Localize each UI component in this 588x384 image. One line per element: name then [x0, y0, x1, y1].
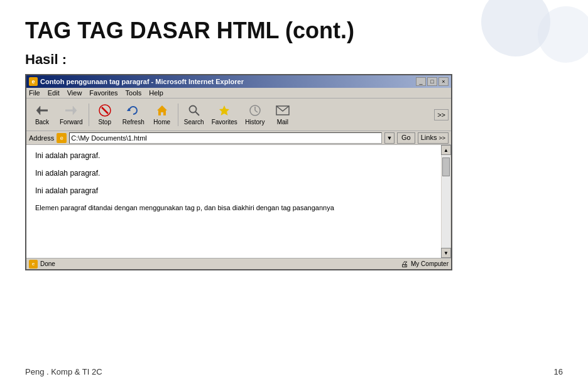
forward-icon	[63, 104, 79, 117]
maximize-button[interactable]: □	[427, 77, 437, 86]
status-printer-icon: 🖨	[401, 260, 408, 269]
menu-edit[interactable]: Edit	[48, 89, 60, 97]
refresh-label: Refresh	[122, 119, 144, 125]
content-line-1: Ini adalah paragraf.	[35, 151, 432, 160]
ie-content: Ini adalah paragraf. Ini adalah paragraf…	[26, 145, 441, 258]
status-computer-text: My Computer	[411, 260, 449, 267]
ie-logo-icon: e	[29, 77, 38, 86]
svg-marker-7	[157, 105, 167, 115]
toolbar-sep-1	[89, 104, 89, 126]
address-dropdown[interactable]: ▼	[384, 132, 395, 144]
back-icon	[35, 104, 50, 117]
svg-rect-1	[40, 110, 48, 112]
slide-subtitle: Hasil :	[25, 51, 563, 68]
home-button[interactable]: Home	[149, 100, 175, 129]
content-line-3: Ini adalah paragraf	[35, 186, 432, 195]
ie-titlebar-text: Contoh penggunaan tag paragraf - Microso…	[40, 78, 244, 85]
menu-favorites[interactable]: Favorites	[89, 89, 117, 97]
address-ie-icon: e	[57, 133, 67, 143]
ie-titlebar: e Contoh penggunaan tag paragraf - Micro…	[26, 75, 451, 88]
stop-button[interactable]: Stop	[92, 100, 118, 129]
status-left: e Done	[29, 260, 55, 269]
scroll-down-arrow[interactable]: ▼	[441, 248, 451, 258]
toolbar-more: >>	[434, 100, 449, 129]
favorites-button[interactable]: Favorites	[209, 100, 241, 129]
close-button[interactable]: ×	[438, 77, 449, 86]
stop-label: Stop	[98, 119, 111, 125]
svg-rect-3	[65, 110, 74, 112]
scroll-thumb[interactable]	[442, 157, 450, 176]
address-input[interactable]	[69, 132, 382, 144]
menu-view[interactable]: View	[67, 89, 82, 97]
menu-help[interactable]: Help	[149, 89, 163, 97]
footer-left: Peng . Komp & TI 2C	[25, 367, 102, 376]
back-label: Back	[35, 119, 49, 125]
slide-footer: Peng . Komp & TI 2C 16	[25, 367, 563, 376]
scroll-track[interactable]	[442, 155, 450, 248]
ie-toolbar: Back Forward Stop	[26, 99, 451, 131]
stop-icon	[97, 104, 112, 117]
menu-file[interactable]: File	[29, 89, 40, 97]
status-ie-icon: e	[29, 260, 38, 269]
mail-icon	[275, 104, 290, 117]
search-label: Search	[184, 119, 204, 125]
ie-content-wrapper: Ini adalah paragraf. Ini adalah paragraf…	[26, 145, 451, 258]
home-icon	[155, 104, 170, 117]
ie-scrollbar[interactable]: ▲ ▼	[441, 145, 451, 258]
content-line-4: Elemen paragraf ditandai dengan mengguna…	[35, 204, 432, 211]
ie-menubar: File Edit View Favorites Tools Help	[26, 88, 451, 99]
forward-button[interactable]: Forward	[57, 100, 86, 129]
back-button[interactable]: Back	[29, 100, 55, 129]
ie-addressbar: Address e ▼ Go Links >>	[26, 131, 451, 145]
svg-line-13	[255, 110, 258, 112]
forward-label: Forward	[60, 119, 83, 125]
refresh-icon	[126, 104, 141, 117]
svg-line-5	[102, 107, 108, 114]
go-button[interactable]: Go	[397, 132, 415, 144]
address-label: Address	[29, 134, 54, 142]
ie-titlebar-controls[interactable]: _ □ ×	[416, 77, 449, 86]
status-right: 🖨 My Computer	[401, 260, 449, 269]
slide-title: TAG TAG DASAR HTML (cont.)	[25, 18, 563, 44]
search-icon	[187, 104, 202, 117]
svg-line-9	[195, 112, 199, 115]
mail-label: Mail	[277, 119, 288, 125]
home-label: Home	[153, 119, 170, 125]
favorites-icon	[217, 104, 232, 117]
status-text: Done	[40, 260, 55, 267]
ie-statusbar: e Done 🖨 My Computer	[26, 258, 451, 269]
toolbar-more-button[interactable]: >>	[434, 109, 449, 120]
ie-titlebar-left: e Contoh penggunaan tag paragraf - Micro…	[29, 77, 244, 86]
scroll-up-arrow[interactable]: ▲	[441, 145, 451, 155]
links-button[interactable]: Links >>	[418, 132, 449, 144]
minimize-button[interactable]: _	[416, 77, 426, 86]
menu-tools[interactable]: Tools	[126, 89, 142, 97]
content-line-2: Ini adalah paragraf.	[35, 169, 432, 178]
history-button[interactable]: History	[242, 100, 268, 129]
search-button[interactable]: Search	[181, 100, 207, 129]
ie-browser-window: e Contoh penggunaan tag paragraf - Micro…	[25, 74, 452, 270]
favorites-label: Favorites	[212, 119, 237, 125]
svg-marker-10	[219, 105, 229, 115]
toolbar-sep-2	[178, 104, 178, 126]
svg-point-8	[189, 106, 196, 113]
history-icon	[248, 104, 263, 117]
mail-button[interactable]: Mail	[270, 100, 296, 129]
footer-right: 16	[554, 367, 563, 376]
refresh-button[interactable]: Refresh	[119, 100, 148, 129]
history-label: History	[245, 119, 264, 125]
